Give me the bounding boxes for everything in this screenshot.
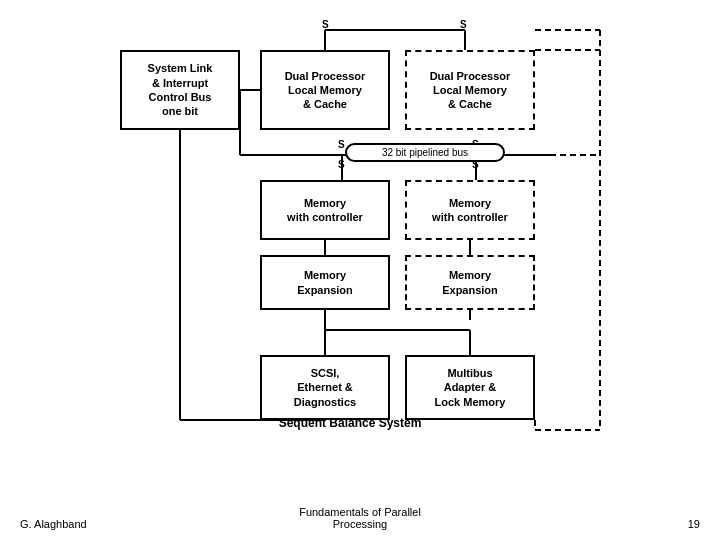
dual-proc-1-label: Dual Processor Local Memory & Cache (285, 69, 366, 112)
dual-proc-2-label: Dual Processor Local Memory & Cache (430, 69, 511, 112)
svg-text:S: S (338, 159, 345, 170)
mem-expansion-1-box: Memory Expansion (260, 255, 390, 310)
multibus-label: Multibus Adapter & Lock Memory (435, 366, 506, 409)
mem-expansion-1-label: Memory Expansion (297, 268, 353, 297)
scsi-label: SCSI, Ethernet & Diagnostics (294, 366, 356, 409)
svg-text:S: S (460, 19, 467, 30)
mem-controller-1-label: Memory with controller (287, 196, 363, 225)
system-link-box: System Link & Interrupt Control Bus one … (120, 50, 240, 130)
mem-controller-2-label: Memory with controller (432, 196, 508, 225)
diagram-title-text: Sequent Balance System (279, 416, 422, 430)
footer-author: G. Alaghband (20, 518, 87, 530)
footer-title-line2: Processing (299, 518, 421, 530)
dual-proc-1-box: Dual Processor Local Memory & Cache (260, 50, 390, 130)
diagram-container: S S S S S S (60, 10, 640, 470)
mem-expansion-2-label: Memory Expansion (442, 268, 498, 297)
svg-text:S: S (338, 139, 345, 150)
svg-text:S: S (322, 19, 329, 30)
mem-controller-2-box: Memory with controller (405, 180, 535, 240)
footer-right: 19 (688, 518, 700, 530)
footer-title-line1: Fundamentals of Parallel (299, 506, 421, 518)
footer-center: Fundamentals of Parallel Processing (299, 506, 421, 530)
multibus-box: Multibus Adapter & Lock Memory (405, 355, 535, 420)
bus-label-text: 32 bit pipelined bus (382, 147, 468, 158)
dual-proc-2-box: Dual Processor Local Memory & Cache (405, 50, 535, 130)
mem-controller-1-box: Memory with controller (260, 180, 390, 240)
scsi-box: SCSI, Ethernet & Diagnostics (260, 355, 390, 420)
footer-page-number: 19 (688, 518, 700, 530)
bus-label: 32 bit pipelined bus (345, 143, 505, 162)
footer-left: G. Alaghband (20, 518, 87, 530)
system-link-label: System Link & Interrupt Control Bus one … (148, 61, 213, 118)
mem-expansion-2-box: Memory Expansion (405, 255, 535, 310)
diagram-title: Sequent Balance System (60, 416, 640, 430)
